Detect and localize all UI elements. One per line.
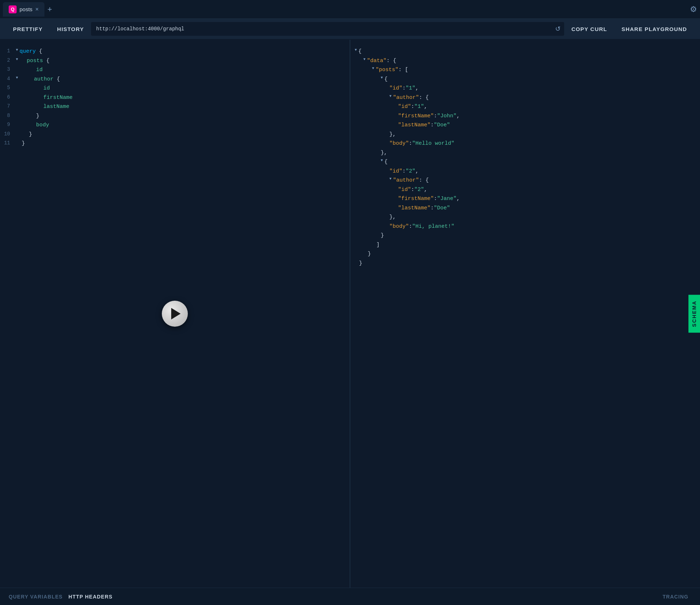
code-line-1: 1 ▼ query { [0,47,350,56]
collapse-toggle-1[interactable]: ▼ [16,47,18,53]
line-number-5: 5 [0,84,16,92]
history-button[interactable]: HISTORY [50,23,91,35]
code-line-6: 6 firstName [0,93,350,103]
schema-button[interactable]: SCHEMA [688,295,700,332]
line-number-9: 9 [0,121,16,129]
response-panel: ▼ { ▼ "data": { ▼ "posts": [ ▼ { "id": "… [350,40,700,588]
response-line-author2: ▼ "author": { [350,176,700,185]
code-line-9: 9 body [0,121,350,130]
response-line-author1-close: }, [350,130,700,139]
response-line-id1: "id": "1", [350,84,700,93]
response-line-id2: "id": "2", [350,167,700,176]
collapse-arrow-root[interactable]: ▼ [355,47,357,53]
line-number-8: 8 [0,112,16,120]
collapse-toggle-2[interactable]: ▼ [16,56,18,62]
field-id-1: id [36,65,43,75]
response-line-author1-firstname: "firstName": "John", [350,112,700,121]
code-line-11: 11 } [0,139,350,148]
response-line-data-close: } [350,249,700,259]
code-line-7: 7 lastName [0,102,350,112]
url-input[interactable] [91,22,564,36]
collapse-arrow-post2[interactable]: ▼ [381,157,383,164]
line-number-6: 6 [0,93,16,102]
response-line-post1-open: ▼ { [350,75,700,84]
field-author: author [34,75,53,84]
field-body: body [36,121,49,130]
field-firstname: firstName [43,93,73,103]
tab-bar: Q posts × + ⚙ [0,0,700,19]
collapse-arrow-data[interactable]: ▼ [363,56,366,62]
response-line-author1-lastname: "lastName": "Doe" [350,121,700,130]
response-line-author2-id: "id": "2", [350,185,700,195]
code-line-8: 8 } [0,112,350,121]
response-line-author2-firstname: "firstName": "Jane", [350,194,700,204]
copy-curl-button[interactable]: COPY CURL [564,23,614,35]
field-id-2: id [43,84,50,93]
tab-label: posts [20,6,33,12]
run-button[interactable] [162,301,188,327]
url-container: ↺ [91,22,564,36]
prettify-button[interactable]: PRETTIFY [6,23,50,35]
code-line-5: 5 id [0,84,350,93]
line-number-11: 11 [0,139,16,148]
add-tab-button[interactable]: + [47,5,52,13]
collapse-arrow-post1[interactable]: ▼ [381,75,383,81]
code-line-3: 3 id [0,65,350,75]
response-line-posts-close: ] [350,240,700,250]
collapse-arrow-author1[interactable]: ▼ [389,93,392,99]
response-line-author2-close: }, [350,213,700,222]
line-number-10: 10 [0,130,16,139]
line-number-2: 2 [0,56,16,65]
response-line-post2-close: } [350,231,700,240]
share-playground-button[interactable]: SHARE PLAYGROUND [614,23,694,35]
query-editor[interactable]: 1 ▼ query { 2 ▼ posts { 3 id 4 ▼ author … [0,40,350,588]
response-line-open: ▼ { [350,47,700,56]
response-line-posts: ▼ "posts": [ [350,65,700,75]
collapse-arrow-author2[interactable]: ▼ [389,176,392,182]
run-button-container [162,301,188,327]
code-line-10: 10 } [0,130,350,139]
field-lastname: lastName [43,102,69,112]
field-posts: posts [27,56,43,66]
posts-tab[interactable]: Q posts × [3,2,44,17]
line-number-3: 3 [0,65,16,74]
keyword-query: query [20,47,36,56]
collapse-toggle-4[interactable]: ▼ [16,75,18,81]
bottom-bar: QUERY VARIABLES HTTP HEADERS TRACING [0,588,700,605]
http-headers-button[interactable]: HTTP HEADERS [69,591,118,602]
response-line-post1-close: }, [350,148,700,158]
response-line-author1-id: "id": "1", [350,102,700,112]
response-line-data: ▼ "data": { [350,56,700,66]
response-line-post2-open: ▼ { [350,157,700,167]
line-number-1: 1 [0,47,16,56]
response-line-author1: ▼ "author": { [350,93,700,103]
tab-icon: Q [9,5,17,13]
settings-button[interactable]: ⚙ [690,5,697,14]
response-line-body2: "body": "Hi, planet!" [350,222,700,231]
response-line-root-close: } [350,259,700,268]
response-line-body1: "body": "Hello world" [350,139,700,148]
collapse-arrow-posts[interactable]: ▼ [372,65,374,71]
line-number-4: 4 [0,75,16,83]
code-line-2: 2 ▼ posts { [0,56,350,66]
response-line-author2-lastname: "lastName": "Doe" [350,204,700,213]
toolbar: PRETTIFY HISTORY ↺ COPY CURL SHARE PLAYG… [0,19,700,40]
tracing-button[interactable]: TRACING [660,591,691,602]
line-number-7: 7 [0,102,16,111]
main-area: 1 ▼ query { 2 ▼ posts { 3 id 4 ▼ author … [0,40,700,588]
query-variables-button[interactable]: QUERY VARIABLES [9,591,69,602]
url-reload-button[interactable]: ↺ [555,25,561,33]
tab-close-button[interactable]: × [35,6,39,12]
code-line-4: 4 ▼ author { [0,75,350,84]
